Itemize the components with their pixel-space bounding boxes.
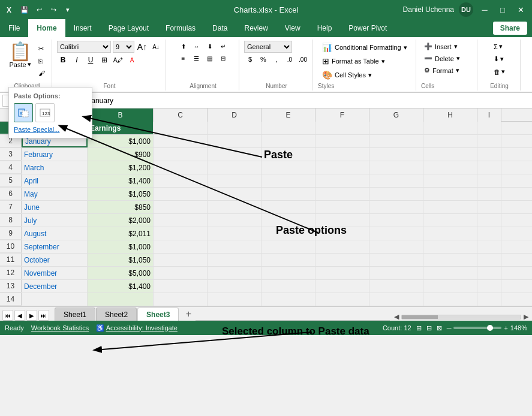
tab-file[interactable]: File <box>0 19 28 37</box>
cell-i1[interactable] <box>477 122 501 134</box>
cell-a13[interactable]: December <box>22 280 88 293</box>
row-num-5[interactable]: 5 <box>0 174 22 187</box>
cell-a8[interactable]: July <box>22 214 88 227</box>
sheet-first-btn[interactable]: ⏮ <box>2 310 13 321</box>
cell-g10[interactable] <box>369 240 423 253</box>
align-center-button[interactable]: ☰ <box>191 53 203 64</box>
wrap-text-button[interactable]: ↵ <box>217 41 229 52</box>
cell-g8[interactable] <box>369 214 423 227</box>
fill-button[interactable]: ⬇▾ <box>491 53 507 65</box>
fill-color-button[interactable]: A🖍 <box>112 54 124 66</box>
cell-i5[interactable] <box>477 174 501 187</box>
cell-h11[interactable] <box>423 254 477 266</box>
cell-f13[interactable] <box>315 280 369 293</box>
format-as-table-button[interactable]: ⊞ Format as Table ▾ <box>318 55 389 68</box>
tab-power-pivot[interactable]: Power Pivot <box>340 19 395 37</box>
close-button[interactable]: ✕ <box>514 3 527 16</box>
cut-button[interactable]: ✂ <box>35 43 48 55</box>
cell-f3[interactable] <box>315 148 369 161</box>
cell-b3[interactable]: $900 <box>88 148 154 161</box>
cell-d1[interactable] <box>208 122 262 134</box>
cell-c13[interactable] <box>154 280 208 293</box>
cell-b10[interactable]: $1,000 <box>88 240 154 253</box>
row-num-10[interactable]: 10 <box>0 240 22 253</box>
cell-i13[interactable] <box>477 280 501 293</box>
cell-g5[interactable] <box>369 174 423 187</box>
cell-i8[interactable] <box>477 214 501 227</box>
row-num-13[interactable]: 13 <box>0 280 22 293</box>
paste-button[interactable]: 📋 Paste ▾ <box>6 41 34 70</box>
cell-i11[interactable] <box>477 254 501 266</box>
cell-d11[interactable] <box>208 254 262 266</box>
paste-values-btn[interactable]: 123 <box>35 103 55 122</box>
cell-f4[interactable] <box>315 161 369 174</box>
cell-a4[interactable]: March <box>22 161 88 174</box>
cell-d5[interactable] <box>208 174 262 187</box>
cell-c4[interactable] <box>154 161 208 174</box>
cell-b4[interactable]: $1,200 <box>88 161 154 174</box>
cell-b13[interactable]: $1,400 <box>88 280 154 293</box>
cell-e4[interactable] <box>262 161 315 174</box>
cell-i7[interactable] <box>477 201 501 213</box>
sheet-prev-btn[interactable]: ◀ <box>14 310 25 321</box>
cell-e8[interactable] <box>262 214 315 227</box>
cell-c7[interactable] <box>154 201 208 213</box>
conditional-formatting-button[interactable]: 📊 Conditional Formatting ▾ <box>318 41 411 54</box>
undo-icon[interactable]: ↩ <box>34 4 44 15</box>
cell-a6[interactable]: May <box>22 188 88 200</box>
cell-i3[interactable] <box>477 148 501 161</box>
cell-i6[interactable] <box>477 188 501 200</box>
cell-d12[interactable] <box>208 267 262 279</box>
cell-f1[interactable] <box>315 122 369 134</box>
cell-c5[interactable] <box>154 174 208 187</box>
cell-h5[interactable] <box>423 174 477 187</box>
cell-h9[interactable] <box>423 227 477 240</box>
cell-g13[interactable] <box>369 280 423 293</box>
tab-review[interactable]: Review <box>236 19 276 37</box>
cell-c2[interactable] <box>154 135 208 147</box>
tab-data[interactable]: Data <box>204 19 236 37</box>
cell-b2[interactable]: $1,000 <box>88 135 154 147</box>
cell-h14[interactable] <box>423 293 477 306</box>
border-button[interactable]: ⊞ <box>98 54 110 66</box>
paste-keep-source-btn[interactable]: ≡ <box>14 103 33 122</box>
font-size-select[interactable]: 9 <box>113 41 134 53</box>
cell-e7[interactable] <box>262 201 315 213</box>
cell-h12[interactable] <box>423 267 477 279</box>
cell-d14[interactable] <box>208 293 262 306</box>
cell-e11[interactable] <box>262 254 315 266</box>
cell-h4[interactable] <box>423 161 477 174</box>
cell-e9[interactable] <box>262 227 315 240</box>
zoom-level[interactable]: 148% <box>510 324 527 331</box>
save-icon[interactable]: 💾 <box>19 4 30 15</box>
col-header-f[interactable]: F <box>315 108 369 122</box>
cell-f11[interactable] <box>315 254 369 266</box>
row-num-8[interactable]: 8 <box>0 214 22 227</box>
cell-c11[interactable] <box>154 254 208 266</box>
workbook-statistics[interactable]: Workbook Statistics <box>31 324 89 332</box>
horizontal-scrollbar[interactable] <box>401 315 521 319</box>
cell-g6[interactable] <box>369 188 423 200</box>
cell-e5[interactable] <box>262 174 315 187</box>
tab-formulas[interactable]: Formulas <box>157 19 204 37</box>
cell-g7[interactable] <box>369 201 423 213</box>
format-cells-button[interactable]: ⚙ Format ▾ <box>421 65 462 76</box>
col-header-h[interactable]: H <box>423 108 477 122</box>
cell-d9[interactable] <box>208 227 262 240</box>
delete-cells-button[interactable]: ➖ Delete ▾ <box>421 53 463 64</box>
cell-f7[interactable] <box>315 201 369 213</box>
cell-a11[interactable]: October <box>22 254 88 266</box>
cell-e3[interactable] <box>262 148 315 161</box>
clear-button[interactable]: 🗑▾ <box>491 66 508 77</box>
cell-f5[interactable] <box>315 174 369 187</box>
paste-special-link[interactable]: Paste Special... <box>14 126 87 133</box>
cell-c9[interactable] <box>154 227 208 240</box>
cell-g11[interactable] <box>369 254 423 266</box>
grid-scroll[interactable]: 1 Months Earnings 2 January $1,000 3 Feb… <box>0 122 532 306</box>
cell-f8[interactable] <box>315 214 369 227</box>
cell-f14[interactable] <box>315 293 369 306</box>
row-num-9[interactable]: 9 <box>0 227 22 240</box>
view-normal-icon[interactable]: ⊞ <box>416 324 422 332</box>
cell-b12[interactable]: $5,000 <box>88 267 154 279</box>
tab-help[interactable]: Help <box>309 19 341 37</box>
